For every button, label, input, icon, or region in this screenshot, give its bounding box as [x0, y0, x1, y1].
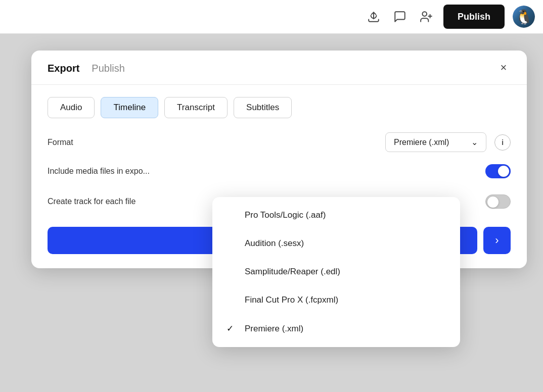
- toggle-knob-2: [487, 197, 499, 208]
- svg-point-0: [422, 12, 427, 16]
- dropdown-check-pro-tools: [227, 210, 237, 220]
- include-media-label: Include media files in expo...: [48, 167, 485, 176]
- dropdown-check-final-cut: [227, 295, 237, 305]
- tab-timeline[interactable]: Timeline: [101, 97, 158, 118]
- format-label: Format: [48, 138, 88, 147]
- modal-header: Export Publish ×: [31, 51, 527, 85]
- dropdown-check-samplitude: [227, 267, 237, 277]
- dropdown-label-final-cut: Final Cut Pro X (.fcpxml): [245, 295, 446, 305]
- chevron-down-icon: ⌄: [471, 137, 478, 147]
- top-bar: Publish: [0, 0, 543, 34]
- tab-export[interactable]: Export: [48, 63, 79, 74]
- create-track-toggle[interactable]: [485, 194, 511, 209]
- avatar[interactable]: [513, 6, 535, 28]
- toggle-knob: [498, 166, 509, 177]
- dropdown-check-premiere: ✓: [227, 323, 237, 334]
- format-selected-value: Premiere (.xml): [394, 138, 449, 147]
- upload-icon[interactable]: [365, 8, 383, 26]
- info-icon[interactable]: i: [494, 134, 511, 151]
- export-small-button[interactable]: ›: [483, 227, 511, 254]
- include-media-toggle[interactable]: [485, 164, 511, 178]
- dropdown-check-audition: [227, 238, 237, 249]
- dropdown-label-samplitude: Samplitude/Reaper (.edl): [245, 267, 446, 277]
- dropdown-label-pro-tools: Pro Tools/Logic (.aaf): [245, 210, 446, 220]
- format-select[interactable]: Premiere (.xml) ⌄: [385, 132, 486, 152]
- format-dropdown: Pro Tools/Logic (.aaf) Audition (.sesx) …: [212, 197, 460, 347]
- dropdown-item-premiere[interactable]: ✓ Premiere (.xml): [212, 314, 460, 343]
- dropdown-item-samplitude[interactable]: Samplitude/Reaper (.edl): [212, 258, 460, 286]
- tab-row: Audio Timeline Transcript Subtitles: [31, 85, 527, 128]
- add-user-icon[interactable]: [417, 8, 435, 26]
- publish-button[interactable]: Publish: [443, 5, 505, 29]
- chat-icon[interactable]: [391, 8, 409, 26]
- dropdown-item-final-cut[interactable]: Final Cut Pro X (.fcpxml): [212, 286, 460, 314]
- dropdown-item-pro-tools[interactable]: Pro Tools/Logic (.aaf): [212, 201, 460, 229]
- format-row: Format Premiere (.xml) ⌄ i: [31, 128, 527, 156]
- tab-audio[interactable]: Audio: [48, 97, 95, 118]
- dropdown-label-premiere: Premiere (.xml): [245, 324, 446, 334]
- close-button[interactable]: ×: [494, 59, 513, 77]
- include-media-row: Include media files in expo...: [31, 156, 527, 186]
- dropdown-label-audition: Audition (.sesx): [245, 238, 446, 249]
- tab-transcript[interactable]: Transcript: [164, 97, 228, 118]
- tab-publish[interactable]: Publish: [92, 63, 125, 74]
- dropdown-item-audition[interactable]: Audition (.sesx): [212, 229, 460, 258]
- tab-subtitles[interactable]: Subtitles: [234, 97, 292, 118]
